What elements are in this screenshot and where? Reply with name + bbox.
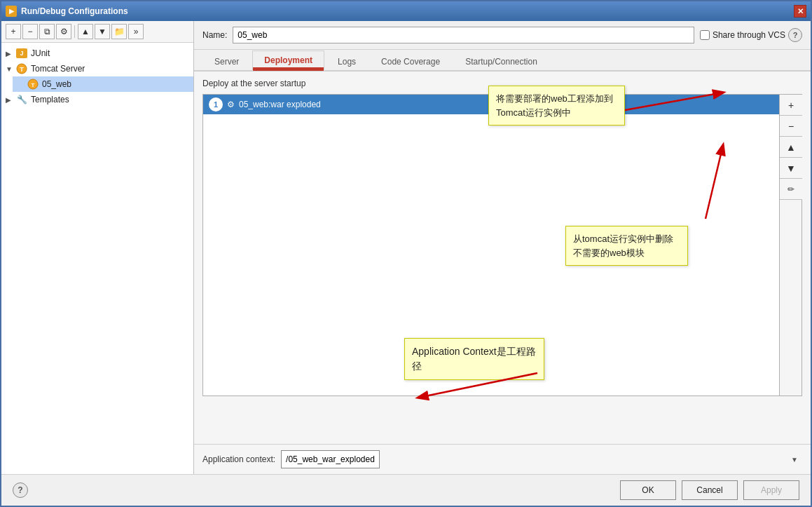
- app-context-select[interactable]: /05_web_war_exploded: [281, 450, 380, 468]
- tree-item-junit[interactable]: ▶ J JUnit: [1, 46, 193, 61]
- footer-left: ?: [13, 482, 28, 498]
- main-content: + − ⧉ ⚙ ▲ ▼ 📁 » ▶ J JUnit: [1, 21, 811, 474]
- more-button[interactable]: »: [128, 24, 144, 39]
- side-up-button[interactable]: ▲: [780, 137, 802, 158]
- folder-button[interactable]: 📁: [111, 24, 127, 39]
- copy-config-button[interactable]: ⧉: [39, 24, 55, 39]
- 05web-icon: T: [27, 79, 39, 90]
- deploy-item-num: 1: [209, 97, 223, 111]
- right-panel: Name: Share through VCS ? Server Deploym…: [194, 21, 811, 474]
- title-bar-left: ▶ Run/Debug Configurations: [6, 6, 128, 17]
- share-label: Share through VCS: [713, 30, 785, 40]
- tab-code-coverage[interactable]: Code Coverage: [369, 52, 452, 71]
- tomcat-arrow: ▼: [6, 65, 15, 73]
- settings-config-button[interactable]: ⚙: [56, 24, 71, 39]
- side-remove-button[interactable]: −: [780, 116, 802, 137]
- templates-arrow: ▶: [6, 96, 15, 104]
- remove-config-button[interactable]: −: [22, 24, 38, 39]
- app-context-label: Application context:: [202, 454, 275, 464]
- templates-icon: 🔧: [15, 94, 28, 105]
- annotation-1: 将需要部署的web工程添加到Tomcat运行实例中: [488, 86, 625, 126]
- ok-button[interactable]: OK: [620, 480, 676, 500]
- side-edit-button[interactable]: ✏: [780, 179, 802, 200]
- deploy-item-icon: ⚙: [227, 100, 235, 109]
- title-icon: ▶: [6, 6, 17, 17]
- move-down-button[interactable]: ▼: [95, 24, 110, 39]
- share-checkbox[interactable]: [700, 30, 710, 40]
- side-add-button[interactable]: +: [780, 95, 802, 116]
- close-button[interactable]: ✕: [794, 5, 806, 18]
- cancel-button[interactable]: Cancel: [682, 480, 738, 500]
- add-config-button[interactable]: +: [6, 24, 21, 39]
- tab-logs[interactable]: Logs: [326, 52, 368, 71]
- context-wrapper: /05_web_war_exploded: [281, 450, 802, 468]
- tab-deployment[interactable]: Deployment: [252, 50, 324, 71]
- templates-label: Templates: [31, 95, 69, 104]
- name-bar: Name: Share through VCS ?: [194, 21, 811, 50]
- 05web-label: 05_web: [42, 79, 71, 89]
- svg-text:T: T: [20, 66, 24, 73]
- junit-icon: J: [15, 48, 28, 59]
- left-panel: + − ⧉ ⚙ ▲ ▼ 📁 » ▶ J JUnit: [1, 21, 194, 474]
- tree-item-05web[interactable]: T 05_web: [13, 76, 193, 92]
- dialog-window: ▶ Run/Debug Configurations ✕ + − ⧉ ⚙ ▲ ▼…: [0, 0, 812, 507]
- tree-item-templates[interactable]: ▶ 🔧 Templates: [1, 92, 193, 107]
- toolbar-sep1: [74, 25, 75, 38]
- junit-label: JUnit: [31, 48, 50, 58]
- title-text: Run/Debug Configurations: [21, 6, 128, 16]
- tree-item-tomcat[interactable]: ▼ T Tomcat Server: [1, 61, 193, 76]
- annotation-2: 从tomcat运行实例中删除不需要的web模块: [565, 226, 688, 266]
- footer-bar: ? OK Cancel Apply: [1, 474, 811, 506]
- annotation-1-text: 将需要部署的web工程添加到Tomcat运行实例中: [496, 93, 613, 118]
- bottom-area: Application context: /05_web_war_explode…: [194, 444, 811, 474]
- move-up-button[interactable]: ▲: [78, 24, 93, 39]
- title-bar: ▶ Run/Debug Configurations ✕: [1, 1, 811, 21]
- tab-startup-connection[interactable]: Startup/Connection: [453, 52, 549, 71]
- annotation-3-text: Application Context是工程路径: [412, 346, 536, 372]
- svg-text:T: T: [32, 82, 35, 88]
- footer-right: OK Cancel Apply: [620, 480, 799, 500]
- tree-area: ▶ J JUnit ▼ T Tomcat Server: [1, 43, 193, 474]
- tomcat-icon: T: [15, 63, 28, 74]
- share-help-button[interactable]: ?: [788, 28, 802, 42]
- share-area: Share through VCS ?: [700, 28, 802, 42]
- tomcat-label: Tomcat Server: [31, 64, 85, 74]
- tabs-bar: Server Deployment Logs Code Coverage Sta…: [194, 50, 811, 72]
- annotation-2-text: 从tomcat运行实例中删除不需要的web模块: [573, 234, 673, 258]
- tab-deployment-label: Deployment: [264, 55, 312, 65]
- apply-button[interactable]: Apply: [743, 480, 799, 500]
- junit-arrow: ▶: [6, 50, 15, 58]
- name-label: Name:: [202, 30, 227, 40]
- content-area: Deploy at the server startup 1 ⚙ 05_web:…: [194, 72, 811, 444]
- annotation-3: Application Context是工程路径: [404, 338, 544, 380]
- tab-server[interactable]: Server: [202, 52, 251, 71]
- footer-help-button[interactable]: ?: [13, 482, 28, 498]
- side-buttons: + − ▲ ▼ ✏: [780, 94, 802, 396]
- deployment-underline: [253, 67, 324, 69]
- left-toolbar: + − ⧉ ⚙ ▲ ▼ 📁 »: [1, 21, 193, 43]
- name-input[interactable]: [233, 27, 694, 43]
- tomcat-children: T 05_web: [1, 76, 193, 92]
- side-down-button[interactable]: ▼: [780, 158, 802, 179]
- deploy-item-text: 05_web:war exploded: [239, 100, 321, 109]
